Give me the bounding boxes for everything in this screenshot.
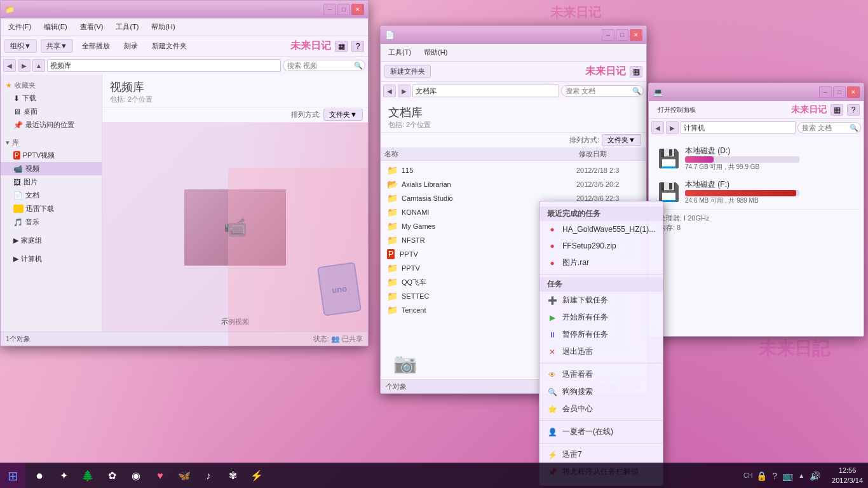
computer-close-btn[interactable]: ✕ [847, 86, 860, 98]
docs-menu-tools[interactable]: 工具(T) [383, 46, 416, 58]
docs-minimize-btn[interactable]: ─ [602, 29, 614, 41]
taskbar-icon-feather[interactable]: ✾ [221, 464, 244, 487]
docs-controls[interactable]: ─ □ ✕ [602, 29, 642, 41]
video-sidebar-homegroup-item[interactable]: ▶ 家庭组 [1, 234, 102, 247]
video-sidebar-music[interactable]: 🎵 音乐 [1, 215, 102, 229]
docs-back-btn[interactable]: ◀ [383, 85, 396, 97]
tray-speaker-icon[interactable]: 🔊 [808, 471, 822, 481]
taskbar-clock[interactable]: 12:56 2012/3/14 [827, 466, 868, 485]
docs-view-btn[interactable]: ▦ [630, 66, 642, 78]
computer-control-panel-btn[interactable]: 打开控制面板 [653, 104, 701, 116]
tray-network-icon[interactable]: 🔒 [755, 471, 768, 481]
taskbar-icon-lightning[interactable]: ⚡ [245, 464, 268, 487]
docs-maximize-btn[interactable]: □ [616, 29, 628, 41]
video-play-all-btn[interactable]: 全部播放 [77, 40, 115, 52]
taskbar-icon-music[interactable]: ♪ [197, 464, 220, 487]
computer-address-bar[interactable]: 计算机 [681, 121, 796, 134]
taskbar-icon-1[interactable]: ● [28, 464, 51, 487]
video-maximize-btn[interactable]: □ [337, 4, 350, 15]
video-window-titlebar[interactable]: 📁 ─ □ ✕ [1, 1, 368, 18]
video-new-folder-btn[interactable]: 新建文件夹 [147, 40, 192, 52]
context-task-new[interactable]: ➕ 新建下载任务 [539, 292, 663, 309]
video-minimize-btn[interactable]: ─ [323, 4, 336, 15]
video-thumb-box[interactable]: 📹 [184, 189, 286, 266]
context-extra-search[interactable]: 🔍 狗狗搜索 [539, 383, 663, 400]
context-task-exit[interactable]: ✕ 退出迅雷 [539, 343, 663, 360]
video-sidebar-download[interactable]: ⬇ 下载 [1, 92, 102, 105]
video-window-controls[interactable]: ─ □ ✕ [323, 4, 364, 15]
docs-search-input[interactable] [561, 85, 644, 97]
video-menu-tools[interactable]: 工具(T) [111, 21, 144, 33]
context-task-pause[interactable]: ⏸ 暂停所有任务 [539, 326, 663, 343]
context-icon-start: ▶ [547, 313, 557, 323]
tray-help-icon[interactable]: ? [771, 471, 778, 481]
docs-search-container[interactable]: 🔍 [561, 85, 644, 97]
computer-forward-btn[interactable]: ▶ [666, 121, 679, 134]
video-menu-help[interactable]: 帮助(H) [146, 21, 180, 33]
computer-search-container[interactable]: 🔍 [797, 122, 861, 133]
disk-f-space: 24.6 MB 可用 , 共 989 MB [685, 196, 855, 205]
video-search-input[interactable] [283, 60, 365, 71]
context-menu: 最近完成的任务 ● HA_GoldWave555_HZ(1)... ● FFSe… [539, 201, 663, 486]
computer-disk-d[interactable]: 💾 本地磁盘 (D:) 74.7 GB 可用 , 共 99.9 GB [654, 142, 858, 175]
video-sidebar-docs[interactable]: 📄 文档 [1, 189, 102, 202]
video-burn-btn[interactable]: 刻录 [119, 40, 143, 52]
video-forward-btn[interactable]: ▶ [18, 59, 31, 72]
video-menu-edit[interactable]: 编辑(E) [39, 21, 72, 33]
taskbar-icon-tree[interactable]: 🌲 [76, 464, 99, 487]
docs-sort-btn[interactable]: 文件夹▼ [602, 134, 641, 146]
video-address-bar[interactable]: 视频库 [47, 59, 281, 72]
docs-file-115[interactable]: 📁 115 2012/2/18 2:3 [383, 163, 644, 177]
docs-titlebar[interactable]: 📄 ─ □ ✕ [381, 26, 646, 44]
video-sidebar-pictures[interactable]: 🖼 图片 [1, 175, 102, 189]
computer-help-btn[interactable]: ? [847, 104, 860, 116]
computer-view-btn[interactable]: ▦ [831, 104, 843, 116]
context-recent-2[interactable]: ● FFSetup290.zip [539, 238, 663, 254]
context-task-start[interactable]: ▶ 开始所有任务 [539, 309, 663, 326]
context-extra-view[interactable]: 👁 迅雷看看 [539, 366, 663, 383]
tray-monitor-icon[interactable]: 📺 [781, 471, 794, 481]
docs-new-folder-btn[interactable]: 新建文件夹 [384, 65, 431, 78]
context-recent-1[interactable]: ● HA_GoldWave555_HZ(1)... [539, 221, 663, 238]
video-sidebar-xunlei[interactable]: ⚡ 迅雷下载 [1, 202, 102, 215]
docs-address-bar[interactable]: 文档库 [412, 85, 559, 97]
video-up-btn[interactable]: ▲ [32, 59, 45, 72]
video-share-btn[interactable]: 共享▼ [41, 39, 73, 53]
start-button[interactable]: ⊞ [0, 463, 25, 489]
video-sidebar-recent[interactable]: 📌 最近访问的位置 [1, 118, 102, 132]
taskbar-icon-star[interactable]: ✦ [52, 464, 75, 487]
computer-controls[interactable]: ─ □ ✕ [819, 86, 860, 98]
computer-back-btn[interactable]: ◀ [651, 121, 664, 134]
video-sidebar-pptv[interactable]: P PPTV视频 [1, 149, 102, 162]
computer-disk-f[interactable]: 💾 本地磁盘 (F:) 24.6 MB 可用 , 共 989 MB [654, 175, 858, 209]
computer-minimize-btn[interactable]: ─ [819, 86, 832, 98]
taskbar-icon-flower[interactable]: ✿ [100, 464, 123, 487]
computer-titlebar[interactable]: 💻 ─ □ ✕ [649, 83, 864, 101]
video-organize-btn[interactable]: 组织▼ [4, 39, 37, 53]
context-extra-member[interactable]: ⭐ 会员中心 [539, 400, 663, 417]
video-sidebar-video[interactable]: 📹 视频 [1, 162, 102, 175]
tray-arrow-icon[interactable]: ▲ [797, 472, 806, 479]
video-sort-btn[interactable]: 文件夹▼ [323, 109, 363, 121]
docs-menu-help[interactable]: 帮助(H) [419, 46, 452, 58]
video-sidebar-computer-item[interactable]: ▶ 计算机 [1, 252, 102, 266]
taskbar-icon-circle[interactable]: ◉ [125, 464, 147, 487]
taskbar-icon-heart[interactable]: ♥ [149, 464, 172, 487]
docs-file-axialis[interactable]: 📂 Axialis Librarian 2012/3/5 20:2 [383, 177, 644, 191]
video-search-container[interactable]: 🔍 [283, 60, 365, 71]
video-sort-bar: 排列方式: 文件夹▼ [102, 107, 368, 123]
video-view-btn[interactable]: ▦ [335, 41, 348, 52]
taskbar-icon-butterfly[interactable]: 🦋 [173, 464, 196, 487]
computer-maximize-btn[interactable]: □ [833, 86, 846, 98]
video-menu-file[interactable]: 文件(F) [3, 21, 36, 33]
docs-forward-btn[interactable]: ▶ [398, 85, 410, 97]
video-help-btn[interactable]: ? [351, 41, 364, 52]
docs-close-btn[interactable]: ✕ [630, 29, 642, 41]
video-menu-view[interactable]: 查看(V) [75, 21, 109, 33]
video-close-btn[interactable]: ✕ [351, 4, 364, 15]
context-recent-3[interactable]: ● 图片.rar [539, 254, 663, 271]
context-user-item[interactable]: 👤 一夏者一(在线) [539, 423, 663, 440]
video-back-btn[interactable]: ◀ [3, 59, 16, 72]
context-app-name-item[interactable]: ⚡ 迅雷7 [539, 446, 663, 463]
video-sidebar-desktop[interactable]: 🖥 桌面 [1, 105, 102, 118]
